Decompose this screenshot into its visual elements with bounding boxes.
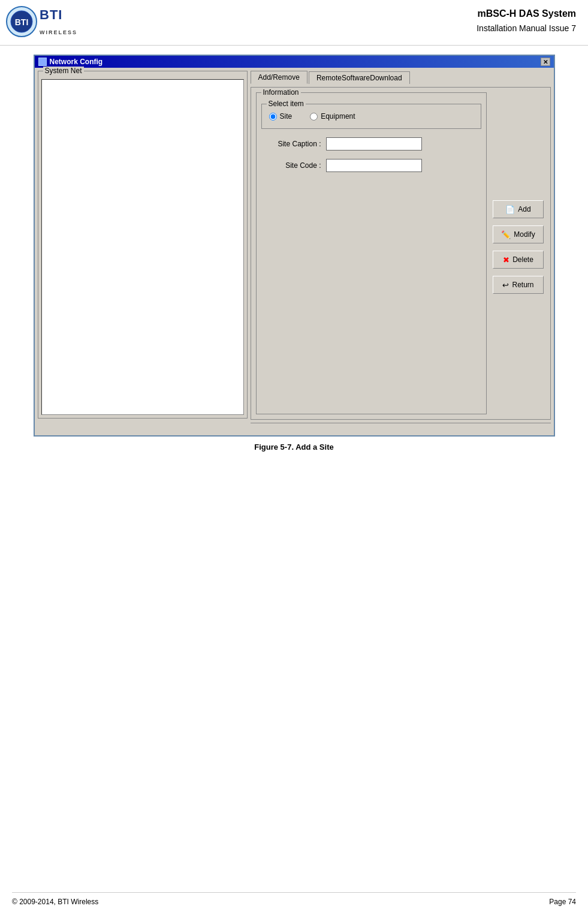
dialog-titlebar-left: Network Config: [38, 58, 103, 66]
delete-button[interactable]: ✖ Delete: [493, 251, 544, 269]
system-net-group: System Net: [38, 71, 248, 419]
site-code-input[interactable]: [326, 159, 422, 172]
tab-bar: Add/Remove RemoteSoftwareDownload: [251, 71, 551, 84]
dialog-titlebar: Network Config ✕: [35, 56, 554, 68]
add-icon: 📄: [505, 205, 515, 214]
right-panel: Add/Remove RemoteSoftwareDownload Inform…: [251, 71, 551, 432]
left-panel: System Net: [38, 71, 248, 432]
add-label: Add: [518, 205, 530, 213]
dialog-titlebar-icon: [38, 58, 47, 66]
logo-area: BTI BTI WIRELESS: [6, 6, 78, 39]
dialog-body: System Net Add/Remove RemoteSoftwareDown…: [35, 68, 554, 435]
return-button[interactable]: ↩ Return: [493, 276, 544, 294]
delete-icon: ✖: [503, 255, 509, 264]
svg-text:BTI: BTI: [15, 17, 29, 27]
header-title-line2: Installation Manual Issue 7: [477, 22, 576, 35]
site-caption-label: Site Caption :: [261, 140, 321, 148]
radio-row: Site Equipment: [269, 109, 474, 124]
page-content: Network Config ✕ System Net Add/Remove: [0, 46, 588, 466]
logo-wireless-text: WIRELESS: [40, 29, 77, 35]
tab-remote-software[interactable]: RemoteSoftwareDownload: [309, 71, 410, 84]
header-title: mBSC-H DAS System Installation Manual Is…: [477, 6, 576, 35]
dialog-window: Network Config ✕ System Net Add/Remove: [34, 55, 555, 437]
logo-image: BTI BTI WIRELESS: [6, 6, 78, 39]
footer-copyright: © 2009-2014, BTI Wireless: [12, 898, 98, 906]
site-caption-input[interactable]: [326, 137, 422, 151]
page-footer: © 2009-2014, BTI Wireless Page 74: [12, 892, 576, 906]
radio-equipment[interactable]: Equipment: [310, 112, 355, 121]
buttons-column: 📄 Add ✏️ Modify ✖ Delete ↩: [491, 92, 545, 414]
dialog-title: Network Config: [50, 58, 103, 66]
tab-add-remove[interactable]: Add/Remove: [251, 71, 307, 84]
logo-circle: BTI: [6, 6, 37, 37]
radio-site-input[interactable]: [269, 113, 277, 121]
return-icon: ↩: [502, 281, 509, 290]
right-content: Information Select item Site: [251, 87, 551, 420]
header-title-line1: mBSC-H DAS System: [477, 6, 576, 22]
scrollbar-area[interactable]: [251, 423, 551, 432]
select-item-title: Select item: [267, 100, 306, 108]
add-button[interactable]: 📄 Add: [493, 200, 544, 218]
footer-page: Page 74: [549, 898, 576, 906]
dialog-close-button[interactable]: ✕: [541, 58, 550, 66]
select-item-group: Select item Site Equipment: [261, 104, 481, 129]
info-group: Information Select item Site: [256, 92, 487, 414]
modify-label: Modify: [514, 230, 535, 239]
info-group-title: Information: [261, 88, 301, 97]
tree-area[interactable]: [41, 79, 244, 415]
site-code-row: Site Code :: [261, 159, 481, 172]
site-caption-row: Site Caption :: [261, 137, 481, 151]
radio-site-label: Site: [280, 112, 293, 121]
radio-equipment-input[interactable]: [310, 113, 318, 121]
site-code-label: Site Code :: [261, 161, 321, 170]
delete-label: Delete: [512, 255, 533, 264]
radio-equipment-label: Equipment: [321, 112, 355, 121]
modify-button[interactable]: ✏️ Modify: [493, 225, 544, 243]
system-net-title: System Net: [43, 67, 84, 75]
logo-bti: BTI: [40, 7, 62, 23]
page-header: BTI BTI WIRELESS mBSC-H DAS System Insta…: [0, 0, 588, 46]
modify-icon: ✏️: [501, 230, 511, 239]
radio-site[interactable]: Site: [269, 112, 293, 121]
return-label: Return: [512, 281, 533, 289]
figure-caption: Figure 5-7. Add a Site: [12, 443, 576, 452]
logo-svg: BTI: [10, 10, 34, 34]
